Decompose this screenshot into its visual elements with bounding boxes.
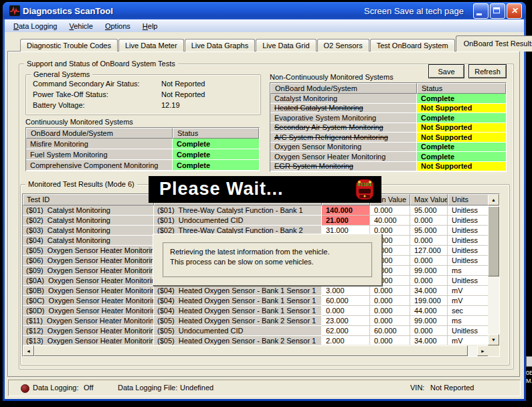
desktop-icon-label-fragment: 0B [526,370,532,376]
module-name-cell: Misfire Monitoring [26,139,173,149]
table-row[interactable]: Misfire MonitoringComplete [26,139,259,149]
tab-o2-sensors[interactable]: O2 Sensors [317,39,369,52]
svg-text:01101: 01101 [357,182,371,187]
mode6-horizontal-scrollbar[interactable]: ◄ ► [23,345,489,356]
mode6-cell-min-value: 0.000 [370,316,410,326]
mode6-cell-max-value: 99.000 [410,266,448,276]
tab-onboard-test-results[interactable]: OnBoard Test Results [456,35,532,52]
refresh-button[interactable]: Refresh [468,64,507,78]
status-cell: Not Supported [417,104,506,114]
scroll-up-button[interactable]: ▲ [488,194,499,206]
status-cell: Complete [417,152,506,162]
column-header-module[interactable]: OnBoard Module/System [270,83,417,94]
mode6-cell-test-id: ($0A) Oxygen Sensor Heater Monitoring [23,276,154,286]
tab-live-data-meter[interactable]: Live Data Meter [118,39,184,52]
module-name-cell: Secondary Air System Monitoring [270,123,417,133]
mode6-row[interactable]: ($02) Catalyst Monitoring($01) Undocumen… [23,216,489,226]
table-row[interactable]: EGR System MonitoringNot Supported [270,162,506,172]
mode6-row[interactable]: ($13) Oxygen Sensor Heater Monitoring($0… [23,336,489,345]
mode6-cell-test-id: ($04) Catalyst Monitoring [23,236,154,246]
mode6-cell-units: Unitless [448,236,489,246]
scroll-left-icon: ◄ [26,349,31,353]
mode6-row[interactable]: ($01) Catalyst Monitoring($01) Three-Way… [23,206,489,216]
tab-diagnostic-trouble-codes[interactable]: Diagnostic Trouble Codes [20,39,118,52]
general-row-label: Battery Voltage: [33,101,85,109]
scroll-left-button[interactable]: ◄ [23,345,34,356]
status-cell: Not Supported [417,162,506,172]
module-name-cell: Comprehensive Component Monitoring [26,160,173,171]
table-row[interactable]: Secondary Air System MonitoringNot Suppo… [270,123,506,133]
column-header-status[interactable]: Status [417,83,506,94]
tab-test-onboard-system[interactable]: Test OnBoard System [370,39,455,52]
desktop-icon[interactable] [526,356,532,367]
mode6-row[interactable]: ($0C) Oxygen Sensor Heater Monitoring($0… [23,296,489,306]
general-row-value: Not Reported [161,80,205,88]
mode6-cell-test-id: ($0D) Oxygen Sensor Heater Monitoring [23,306,154,316]
mode6-row[interactable]: ($0B) Oxygen Sensor Heater Monitoring($0… [23,286,489,296]
menu-data-logging[interactable]: Data Logging [7,21,63,31]
mode6-cell-test-id: ($12) Oxygen Sensor Heater Monitoring [23,326,154,336]
tab-live-data-grid[interactable]: Live Data Grid [256,39,316,52]
scroll-down-button[interactable]: ▼ [488,334,499,345]
scroll-down-icon: ▼ [491,337,496,342]
table-row[interactable]: Heated Catalyst MonitoringNot Supported [270,104,506,114]
retrieving-dialog: Retrieving the latest information from t… [153,234,382,286]
mode6-cell-max-value: 0.000 [410,236,448,246]
logging-file-value: Undefined [180,384,213,392]
close-button[interactable]: ✕ [507,3,522,19]
status-bar: Data Logging: Off Data Logging File: Und… [8,380,521,396]
data-logging-led-icon [21,384,29,393]
mode6-cell-max-value: 199.000 [410,296,448,306]
column-header-status[interactable]: Status [173,128,259,139]
mode6-column-header[interactable]: Test ID [23,194,154,206]
minimize-button[interactable] [473,3,489,19]
logging-label: Data Logging: [33,384,79,392]
mode6-column-header[interactable]: Max Value [410,194,448,206]
maximize-button[interactable] [490,3,505,19]
noncontinuous-table: OnBoard Module/SystemStatusCatalyst Moni… [270,82,507,172]
table-row[interactable]: Fuel System MonitoringComplete [26,149,259,160]
table-row[interactable]: Evaporative System MonitoringComplete [270,113,506,123]
mode6-cell-test-name: ($01) Three-Way Catalyst Function - Bank… [154,206,322,216]
mode6-cell-units: ms [448,266,489,276]
vertical-scroll-thumb[interactable] [488,206,499,276]
title-bar[interactable]: Diagnostics ScanTool Screen Save al tech… [3,2,526,19]
menu-options[interactable]: Options [99,21,137,31]
tab-strip: Diagnostic Trouble CodesLive Data MeterL… [20,35,532,52]
mode6-cell-value: 62.000 [322,326,370,336]
status-cell: Complete [417,143,506,153]
module-name-cell: EGR System Monitoring [270,162,417,172]
mode6-column-header[interactable]: Units [448,194,489,206]
mode6-cell-min-value: 40.000 [370,216,410,226]
maximize-icon [493,7,500,13]
horizontal-scroll-thumb[interactable] [34,345,468,356]
scroll-right-button[interactable]: ► [477,345,489,356]
mode6-row[interactable]: ($12) Oxygen Sensor Heater Monitoring($0… [23,326,489,336]
mode6-row[interactable]: ($11) Oxygen Sensor Heater Monitoring($0… [23,316,489,326]
scroll-up-icon: ▲ [491,197,496,202]
save-button[interactable]: Save [428,64,464,78]
menu-vehicle[interactable]: Vehicle [63,21,98,31]
table-row[interactable]: Comprehensive Component MonitoringComple… [26,160,259,171]
menu-accel-letter: H [143,22,148,30]
status-cell: Complete [173,139,259,149]
mode6-cell-value: 60.000 [322,296,370,306]
logging-value: Off [84,384,93,392]
mode6-cell-value: 2.000 [322,336,370,345]
mode6-cell-max-value: 0.000 [410,216,448,226]
mode6-row[interactable]: ($0D) Oxygen Sensor Heater Monitoring($0… [23,306,489,316]
table-row[interactable]: Oxygen Sensor MonitoringComplete [270,143,506,153]
mode6-vertical-scrollbar[interactable]: ▲ ▼ [488,194,499,345]
mode6-cell-units: Unitless [448,256,489,266]
menu-help[interactable]: Help [137,21,164,31]
column-header-module[interactable]: OnBoard Module/System [26,128,173,139]
mode6-cell-test-id: ($0B) Oxygen Sensor Heater Monitoring [23,286,154,296]
mode6-cell-value: 140.000 [322,206,370,216]
table-row[interactable]: Oxygen Sensor Heater MonitoringComplete [270,152,506,162]
table-row[interactable]: A/C System Refrigerant MonitoringNot Sup… [270,133,506,143]
module-name-cell: Oxygen Sensor Heater Monitoring [270,152,417,162]
table-row[interactable]: Catalyst MonitoringComplete [270,94,506,104]
mode6-cell-test-name: ($05) Heated Oxygen Sensor - Bank 2 Sens… [154,336,322,345]
tab-live-data-graphs[interactable]: Live Data Graphs [185,39,256,52]
mode6-cell-max-value: 0.000 [410,326,448,336]
